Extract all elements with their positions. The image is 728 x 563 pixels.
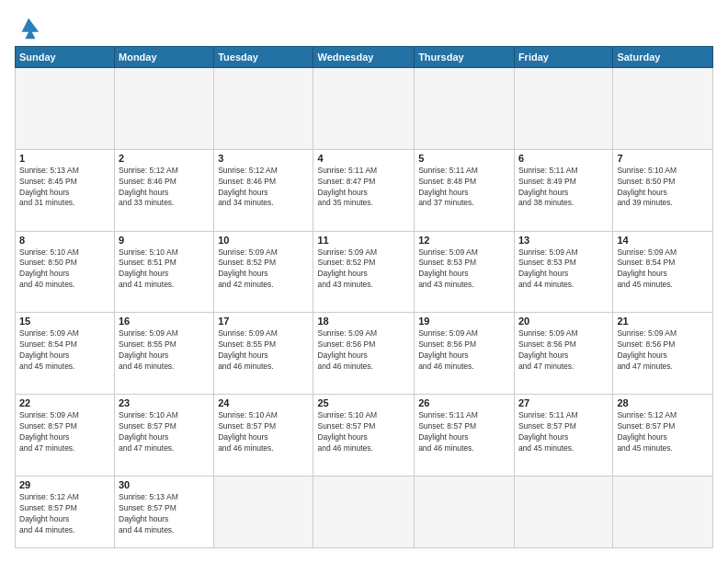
day-number: 25 [317, 397, 410, 408]
day-number: 13 [518, 235, 609, 246]
day-number: 26 [418, 397, 510, 408]
calendar-cell: 20 Sunrise: 5:09 AM Sunset: 8:56 PM Dayl… [514, 313, 612, 395]
calendar-cell [313, 476, 415, 547]
calendar-cell [514, 476, 612, 547]
calendar-cell: 5 Sunrise: 5:11 AM Sunset: 8:48 PM Dayli… [415, 149, 515, 231]
logo-icon [17, 15, 42, 40]
day-detail: Sunrise: 5:13 AM Sunset: 8:57 PM Dayligh… [119, 492, 210, 536]
day-number: 8 [19, 235, 110, 246]
day-number: 24 [218, 397, 309, 408]
calendar-cell [514, 68, 612, 150]
day-detail: Sunrise: 5:13 AM Sunset: 8:45 PM Dayligh… [19, 166, 110, 210]
calendar-cell [613, 476, 713, 547]
calendar-cell: 30 Sunrise: 5:13 AM Sunset: 8:57 PM Dayl… [115, 476, 214, 547]
calendar-cell [313, 68, 415, 150]
day-detail: Sunrise: 5:09 AM Sunset: 8:55 PM Dayligh… [119, 328, 210, 373]
calendar-cell: 3 Sunrise: 5:12 AM Sunset: 8:46 PM Dayli… [214, 149, 313, 231]
calendar-cell [214, 476, 313, 547]
day-detail: Sunrise: 5:11 AM Sunset: 8:48 PM Dayligh… [418, 166, 510, 210]
calendar-cell: 13 Sunrise: 5:09 AM Sunset: 8:53 PM Dayl… [514, 231, 612, 313]
calendar-cell: 1 Sunrise: 5:13 AM Sunset: 8:45 PM Dayli… [16, 149, 115, 231]
calendar-cell: 26 Sunrise: 5:11 AM Sunset: 8:57 PM Dayl… [415, 395, 515, 477]
day-number: 18 [317, 316, 410, 327]
day-number: 12 [418, 235, 510, 246]
calendar-cell: 10 Sunrise: 5:09 AM Sunset: 8:52 PM Dayl… [214, 231, 313, 313]
day-detail: Sunrise: 5:10 AM Sunset: 8:57 PM Dayligh… [317, 410, 410, 454]
calendar-cell: 21 Sunrise: 5:09 AM Sunset: 8:56 PM Dayl… [613, 313, 713, 395]
day-detail: Sunrise: 5:09 AM Sunset: 8:56 PM Dayligh… [518, 328, 609, 373]
day-number: 27 [518, 397, 609, 408]
calendar-cell: 11 Sunrise: 5:09 AM Sunset: 8:52 PM Dayl… [313, 231, 415, 313]
weekday-header: Wednesday [313, 47, 415, 68]
day-detail: Sunrise: 5:10 AM Sunset: 8:57 PM Dayligh… [119, 410, 210, 454]
weekday-header: Saturday [613, 47, 713, 68]
weekday-header: Thursday [415, 47, 515, 68]
day-number: 4 [317, 153, 410, 164]
day-detail: Sunrise: 5:11 AM Sunset: 8:49 PM Dayligh… [518, 166, 609, 210]
calendar-cell: 7 Sunrise: 5:10 AM Sunset: 8:50 PM Dayli… [613, 149, 713, 231]
day-detail: Sunrise: 5:09 AM Sunset: 8:54 PM Dayligh… [617, 247, 709, 292]
day-number: 11 [317, 235, 410, 246]
day-detail: Sunrise: 5:12 AM Sunset: 8:46 PM Dayligh… [119, 166, 210, 210]
day-detail: Sunrise: 5:12 AM Sunset: 8:46 PM Dayligh… [218, 166, 309, 210]
calendar-cell: 6 Sunrise: 5:11 AM Sunset: 8:49 PM Dayli… [514, 149, 612, 231]
calendar-cell: 2 Sunrise: 5:12 AM Sunset: 8:46 PM Dayli… [115, 149, 214, 231]
logo [15, 15, 42, 37]
day-detail: Sunrise: 5:10 AM Sunset: 8:51 PM Dayligh… [119, 247, 210, 292]
calendar-cell: 29 Sunrise: 5:12 AM Sunset: 8:57 PM Dayl… [16, 476, 115, 547]
day-number: 20 [518, 316, 609, 327]
weekday-header: Sunday [16, 47, 115, 68]
weekday-header: Tuesday [214, 47, 313, 68]
day-number: 28 [617, 397, 709, 408]
calendar-cell: 22 Sunrise: 5:09 AM Sunset: 8:57 PM Dayl… [16, 395, 115, 477]
calendar-cell: 9 Sunrise: 5:10 AM Sunset: 8:51 PM Dayli… [115, 231, 214, 313]
day-detail: Sunrise: 5:09 AM Sunset: 8:52 PM Dayligh… [218, 247, 309, 292]
calendar-cell: 24 Sunrise: 5:10 AM Sunset: 8:57 PM Dayl… [214, 395, 313, 477]
calendar-cell [214, 68, 313, 150]
calendar-cell [415, 476, 515, 547]
calendar-cell: 27 Sunrise: 5:11 AM Sunset: 8:57 PM Dayl… [514, 395, 612, 477]
calendar-cell [415, 68, 515, 150]
day-number: 16 [119, 316, 210, 327]
weekday-header: Monday [115, 47, 214, 68]
calendar-cell [16, 68, 115, 150]
calendar-cell: 25 Sunrise: 5:10 AM Sunset: 8:57 PM Dayl… [313, 395, 415, 477]
day-detail: Sunrise: 5:09 AM Sunset: 8:56 PM Dayligh… [317, 328, 410, 373]
calendar-cell: 12 Sunrise: 5:09 AM Sunset: 8:53 PM Dayl… [415, 231, 515, 313]
day-number: 29 [19, 479, 110, 490]
header [15, 15, 713, 37]
day-number: 19 [418, 316, 510, 327]
calendar-cell: 14 Sunrise: 5:09 AM Sunset: 8:54 PM Dayl… [613, 231, 713, 313]
calendar-cell: 28 Sunrise: 5:12 AM Sunset: 8:57 PM Dayl… [613, 395, 713, 477]
svg-marker-0 [22, 18, 40, 39]
day-detail: Sunrise: 5:10 AM Sunset: 8:57 PM Dayligh… [218, 410, 309, 454]
day-number: 2 [119, 153, 210, 164]
weekday-header: Friday [514, 47, 612, 68]
calendar-cell: 4 Sunrise: 5:11 AM Sunset: 8:47 PM Dayli… [313, 149, 415, 231]
day-detail: Sunrise: 5:11 AM Sunset: 8:57 PM Dayligh… [418, 410, 510, 454]
day-detail: Sunrise: 5:09 AM Sunset: 8:52 PM Dayligh… [317, 247, 410, 292]
calendar-cell: 8 Sunrise: 5:10 AM Sunset: 8:50 PM Dayli… [16, 231, 115, 313]
day-detail: Sunrise: 5:12 AM Sunset: 8:57 PM Dayligh… [617, 410, 709, 454]
day-detail: Sunrise: 5:09 AM Sunset: 8:53 PM Dayligh… [418, 247, 510, 292]
calendar-cell: 19 Sunrise: 5:09 AM Sunset: 8:56 PM Dayl… [415, 313, 515, 395]
day-number: 15 [19, 316, 110, 327]
day-detail: Sunrise: 5:09 AM Sunset: 8:54 PM Dayligh… [19, 328, 110, 373]
page: SundayMondayTuesdayWednesdayThursdayFrid… [0, 0, 728, 563]
calendar-table: SundayMondayTuesdayWednesdayThursdayFrid… [15, 46, 713, 548]
day-number: 14 [617, 235, 709, 246]
day-number: 3 [218, 153, 309, 164]
day-number: 7 [617, 153, 709, 164]
calendar-cell [613, 68, 713, 150]
day-number: 9 [119, 235, 210, 246]
day-detail: Sunrise: 5:09 AM Sunset: 8:53 PM Dayligh… [518, 247, 609, 292]
day-number: 17 [218, 316, 309, 327]
day-number: 23 [119, 397, 210, 408]
calendar-cell: 16 Sunrise: 5:09 AM Sunset: 8:55 PM Dayl… [115, 313, 214, 395]
day-number: 10 [218, 235, 309, 246]
day-number: 1 [19, 153, 110, 164]
calendar-cell: 15 Sunrise: 5:09 AM Sunset: 8:54 PM Dayl… [16, 313, 115, 395]
day-detail: Sunrise: 5:09 AM Sunset: 8:55 PM Dayligh… [218, 328, 309, 373]
day-detail: Sunrise: 5:11 AM Sunset: 8:47 PM Dayligh… [317, 166, 410, 210]
calendar-cell: 18 Sunrise: 5:09 AM Sunset: 8:56 PM Dayl… [313, 313, 415, 395]
